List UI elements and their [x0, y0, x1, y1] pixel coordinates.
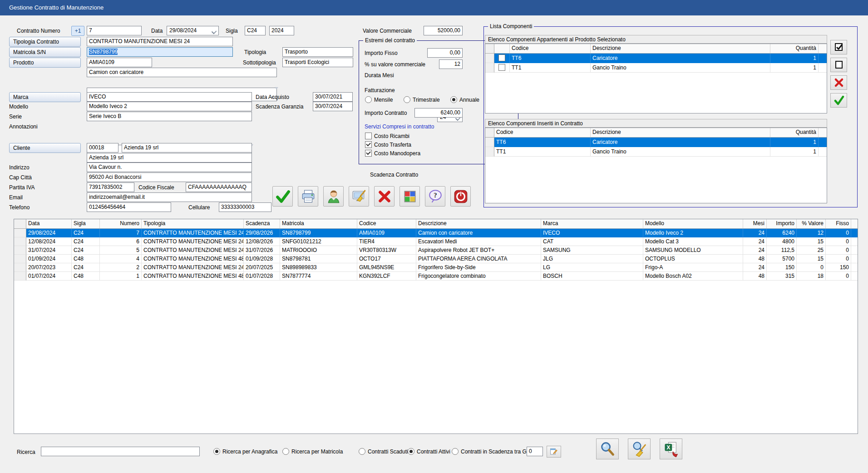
search-button[interactable] — [596, 439, 619, 459]
radio-trimestrale[interactable]: Trimestrale — [404, 96, 440, 103]
table-row[interactable]: 20/07/2023C242CONTRATTO MANUTENZIONE MES… — [14, 263, 858, 272]
clear-search-button[interactable] — [628, 439, 651, 459]
partita-iva-input[interactable]: 73917835002 — [87, 182, 134, 192]
column-header-descrizione[interactable]: Descrizione — [591, 44, 770, 53]
column-header-descrizione[interactable]: Descrizione — [591, 128, 770, 137]
components-button[interactable] — [399, 186, 420, 207]
checkbox-costo-trasferta[interactable]: Costo Trasferta — [365, 141, 411, 148]
table-row[interactable]: 12/08/2024C246CONTRATTO MANUTENZIONE MES… — [14, 237, 858, 246]
column-header--valore[interactable]: % Valore — [797, 219, 826, 228]
anno-input[interactable]: 2024 — [269, 26, 294, 35]
data-contratto-combo[interactable]: 29/08/2024 — [167, 26, 219, 35]
table-row[interactable]: TT6Caricatore1 — [485, 54, 827, 63]
radio-icon[interactable] — [213, 448, 220, 455]
ricerca-input[interactable] — [41, 447, 200, 456]
table-row[interactable]: 01/09/2024C484CONTRATTO MANUTENZIONE MES… — [14, 255, 858, 263]
column-header-data[interactable]: Data — [26, 219, 72, 228]
checkbox-costo-ricambi[interactable]: Costo Ricambi — [365, 133, 409, 140]
table-row[interactable]: 01/07/2024C481CONTRATTO MANUTENZIONE MES… — [14, 272, 858, 281]
cap-citta-input[interactable]: 95020 Aci Bonaccorsi — [87, 172, 252, 182]
row-selector[interactable] — [485, 147, 494, 157]
column-header[interactable] — [851, 219, 858, 228]
column-header[interactable] — [485, 44, 494, 53]
row-selector[interactable] — [14, 229, 26, 237]
importo-contratto-input[interactable]: 6240,00 — [414, 108, 463, 118]
column-header-codice[interactable]: Codice — [510, 44, 591, 53]
help-button[interactable]: ? — [425, 186, 445, 207]
checkbox-icon[interactable] — [365, 133, 372, 139]
confirm-button[interactable] — [272, 186, 293, 207]
customer-button[interactable] — [323, 186, 344, 207]
select-all-button[interactable] — [830, 40, 847, 54]
data-acquisto-input[interactable]: 30/07/2021 — [313, 92, 353, 102]
row-selector[interactable] — [14, 272, 26, 281]
exit-button[interactable] — [450, 186, 471, 207]
column-header[interactable] — [819, 128, 827, 137]
row-selector[interactable] — [485, 54, 494, 63]
contract-components-table[interactable]: CodiceDescrizioneQuantitàTT6Caricatore1T… — [485, 128, 827, 203]
column-header-scadenza[interactable]: Scadenza — [244, 219, 280, 228]
gg-input[interactable]: 0 — [527, 447, 543, 456]
radio-icon[interactable] — [365, 96, 372, 103]
row-selector[interactable] — [14, 263, 26, 272]
column-header-tipologia[interactable]: Tipologia — [142, 219, 244, 228]
column-header-codice[interactable]: Codice — [357, 219, 416, 228]
product-components-table[interactable]: CodiceDescrizioneQuantitàTT6Caricatore1T… — [485, 44, 827, 113]
column-header-fisso[interactable]: Fisso — [826, 219, 851, 228]
radio-mensile[interactable]: Mensile — [365, 96, 393, 103]
row-selector[interactable] — [14, 237, 26, 246]
radio-annuale[interactable]: Annuale — [450, 96, 479, 103]
marca-button[interactable]: Marca — [9, 92, 81, 102]
table-row[interactable]: 29/08/2024C247CONTRATTO MANUTENZIONE MES… — [14, 229, 858, 237]
column-header-descrizione[interactable]: Descrizione — [416, 219, 541, 228]
radio-ricerca-matricola[interactable]: Ricerca per Matricola — [282, 448, 343, 455]
perc-valore-input[interactable]: 12 — [439, 59, 463, 69]
codice-fiscale-input[interactable]: CFAAAAAAAAAAAAAQ — [186, 182, 252, 192]
gg-apply-button[interactable] — [547, 446, 561, 458]
numero-contratto-input[interactable]: 7 — [87, 26, 142, 35]
matricola-sn-button[interactable]: Matricola S/N — [9, 47, 81, 57]
column-header-matricola[interactable]: Matricola — [280, 219, 357, 228]
clean-form-button[interactable] — [349, 186, 369, 207]
radio-ricerca-anagrafica[interactable]: Ricerca per Anagrafica — [213, 448, 277, 455]
radio-icon[interactable] — [450, 96, 457, 103]
serie-input[interactable]: Serie Iveco B — [87, 112, 252, 121]
sottotipologia-input[interactable]: Trasporti Ecologici — [282, 58, 353, 67]
table-row[interactable]: TT6Caricatore1 — [485, 138, 827, 147]
checkbox-icon[interactable] — [365, 150, 372, 157]
radio-icon[interactable] — [404, 96, 410, 103]
radio-icon[interactable] — [359, 448, 365, 455]
add-component-button[interactable] — [830, 93, 847, 108]
radio-contratti-scaduti[interactable]: Contratti Scaduti — [359, 448, 408, 455]
prodotto-button[interactable]: Prodotto — [9, 58, 81, 68]
column-header-codice[interactable]: Codice — [494, 128, 591, 137]
modello-input[interactable]: Modello Iveco 2 — [87, 102, 252, 111]
row-selector[interactable] — [14, 255, 26, 263]
sigla-input[interactable]: C24 — [245, 26, 266, 35]
tipologia-contratto-input[interactable]: CONTRATTO MANUTENZIONE MESI 24 — [87, 37, 233, 46]
table-row[interactable]: TT1Gancio Traino1 — [485, 147, 827, 157]
deselect-all-button[interactable] — [830, 58, 847, 72]
cliente-ragione-sociale-input[interactable]: Azienda 19 srl — [122, 143, 252, 153]
checkbox-costo-manodopera[interactable]: Costo Manodopera — [365, 150, 420, 157]
row-selector[interactable] — [14, 246, 26, 255]
table-row[interactable]: 31/07/2024C245CONTRATTO MANUTENZIONE MES… — [14, 246, 858, 255]
cliente-ragione-sociale2-input[interactable]: Azienda 19 srl — [87, 153, 252, 163]
scadenza-garanzia-input[interactable]: 30/07/2024 — [313, 102, 353, 111]
radio-icon[interactable] — [282, 448, 289, 455]
cliente-button[interactable]: Cliente — [9, 143, 81, 153]
row-selector[interactable] — [485, 63, 494, 73]
matricola-input[interactable]: SN8798799 — [87, 47, 233, 57]
valore-commerciale-input[interactable]: 52000,00 — [424, 26, 463, 35]
tipologia-input[interactable]: Trasporto — [282, 47, 353, 57]
contracts-grid[interactable]: DataSiglaNumeroTipologiaScadenzaMatricol… — [14, 219, 858, 434]
tipologia-contratto-button[interactable]: Tipologia Contratto — [9, 37, 81, 47]
column-header[interactable] — [494, 44, 510, 53]
column-header-sigla[interactable]: Sigla — [72, 219, 100, 228]
plus-one-button[interactable]: +1 — [71, 26, 84, 36]
row-selector[interactable] — [485, 138, 494, 147]
print-button[interactable] — [298, 186, 318, 207]
column-header[interactable] — [485, 128, 494, 137]
column-header-quantit-[interactable]: Quantità — [770, 128, 819, 137]
cliente-codice-input[interactable]: 00018 — [87, 143, 118, 153]
